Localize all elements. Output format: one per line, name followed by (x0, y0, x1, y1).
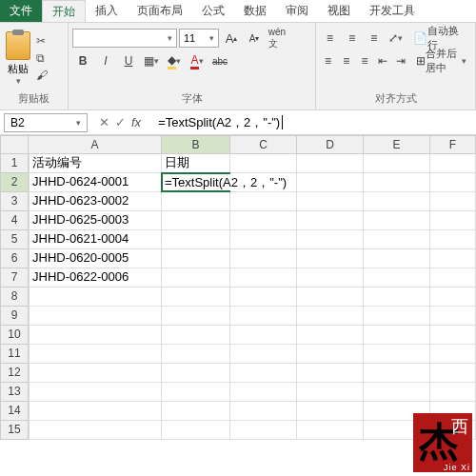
underline-button[interactable]: U (118, 51, 139, 70)
row-header[interactable]: 13 (0, 383, 29, 402)
row-header[interactable]: 8 (0, 288, 29, 307)
cell[interactable] (29, 307, 162, 326)
orientation-button[interactable]: ⤢▾ (386, 29, 406, 48)
cell[interactable] (230, 345, 297, 364)
align-top-button[interactable]: ≡ (320, 29, 340, 48)
insert-function-button[interactable]: fx (131, 115, 141, 129)
cell[interactable] (297, 268, 364, 288)
cell[interactable]: JHHD-0622-0006 (29, 268, 162, 288)
row-header[interactable]: 3 (0, 192, 29, 211)
cell[interactable] (297, 345, 364, 364)
cell[interactable] (162, 249, 230, 268)
cell[interactable] (29, 345, 162, 364)
column-header-b[interactable]: B (162, 135, 230, 154)
cell[interactable] (230, 249, 297, 268)
cell[interactable] (29, 288, 162, 307)
row-header[interactable]: 1 (0, 154, 29, 173)
decrease-indent-button[interactable]: ⇤ (375, 51, 391, 70)
tab-view[interactable]: 视图 (318, 0, 360, 22)
row-header[interactable]: 6 (0, 249, 29, 268)
cell[interactable] (430, 192, 476, 211)
cell[interactable] (162, 192, 230, 211)
cell[interactable] (297, 326, 364, 345)
italic-button[interactable]: I (95, 51, 116, 70)
cell[interactable] (364, 326, 430, 345)
cell[interactable] (430, 173, 476, 192)
row-header[interactable]: 9 (0, 307, 29, 326)
merge-center-button[interactable]: ⊞合并后居中▾ (411, 51, 471, 70)
cell[interactable] (162, 402, 230, 421)
cell[interactable] (364, 288, 430, 307)
cell[interactable] (230, 421, 297, 440)
column-header-e[interactable]: E (364, 135, 430, 154)
row-header[interactable]: 4 (0, 211, 29, 230)
cell[interactable]: JHHD-0624-0001 (29, 173, 162, 192)
cell[interactable] (297, 173, 364, 192)
tab-insert[interactable]: 插入 (86, 0, 128, 22)
cell[interactable] (162, 383, 230, 402)
name-box[interactable]: B2▾ (4, 113, 88, 132)
align-left-button[interactable]: ≡ (320, 51, 336, 70)
cell[interactable] (297, 249, 364, 268)
cell[interactable] (430, 326, 476, 345)
cell[interactable] (364, 268, 430, 288)
cell-editor[interactable]: =TextSplit(A2，2，"-") (163, 174, 288, 190)
cell[interactable] (430, 383, 476, 402)
cell[interactable] (162, 307, 230, 326)
cell[interactable] (162, 421, 230, 440)
align-right-button[interactable]: ≡ (356, 51, 372, 70)
cell[interactable] (230, 154, 297, 173)
cell[interactable] (29, 402, 162, 421)
cell[interactable] (29, 364, 162, 383)
cell[interactable] (297, 402, 364, 421)
cell[interactable] (29, 383, 162, 402)
column-header-f[interactable]: F (430, 135, 476, 154)
cell[interactable] (430, 364, 476, 383)
paste-button[interactable]: 粘贴 ▾ (4, 30, 32, 88)
cell[interactable] (230, 383, 297, 402)
cell[interactable] (364, 345, 430, 364)
cell[interactable] (364, 211, 430, 230)
cell[interactable] (29, 326, 162, 345)
row-header[interactable]: 15 (0, 421, 29, 440)
cell[interactable] (230, 268, 297, 288)
cell[interactable] (230, 326, 297, 345)
tab-developer[interactable]: 开发工具 (360, 0, 425, 22)
cell[interactable] (364, 383, 430, 402)
cell[interactable] (430, 268, 476, 288)
cell[interactable] (230, 230, 297, 249)
cell[interactable] (297, 192, 364, 211)
cell[interactable] (29, 421, 162, 440)
row-header[interactable]: 5 (0, 230, 29, 249)
cancel-formula-button[interactable]: ✕ (99, 115, 109, 129)
cell[interactable] (430, 307, 476, 326)
cell[interactable] (297, 230, 364, 249)
cell[interactable] (162, 288, 230, 307)
increase-indent-button[interactable]: ⇥ (393, 51, 409, 70)
align-bottom-button[interactable]: ≡ (364, 29, 384, 48)
format-painter-icon[interactable]: 🖌 (36, 69, 51, 82)
cell[interactable] (364, 173, 430, 192)
row-header[interactable]: 7 (0, 268, 29, 288)
wrap-text-button[interactable]: 📄自动换行 (408, 29, 471, 48)
row-header[interactable]: 12 (0, 364, 29, 383)
cell[interactable] (230, 402, 297, 421)
cell[interactable] (162, 268, 230, 288)
cell[interactable] (162, 326, 230, 345)
cell[interactable] (297, 211, 364, 230)
copy-icon[interactable]: ⧉ (36, 51, 51, 65)
bold-button[interactable]: B (72, 51, 93, 70)
cell[interactable] (430, 288, 476, 307)
column-header-a[interactable]: A (29, 135, 162, 154)
cell[interactable] (297, 154, 364, 173)
cell[interactable] (364, 154, 430, 173)
align-middle-button[interactable]: ≡ (342, 29, 362, 48)
cell[interactable] (430, 249, 476, 268)
cell[interactable] (430, 211, 476, 230)
cell[interactable]: 活动编号 (29, 154, 162, 173)
column-header-d[interactable]: D (297, 135, 364, 154)
enter-formula-button[interactable]: ✓ (115, 115, 126, 129)
cell[interactable] (364, 364, 430, 383)
cell[interactable] (297, 288, 364, 307)
strike-button[interactable]: abc (209, 51, 230, 70)
